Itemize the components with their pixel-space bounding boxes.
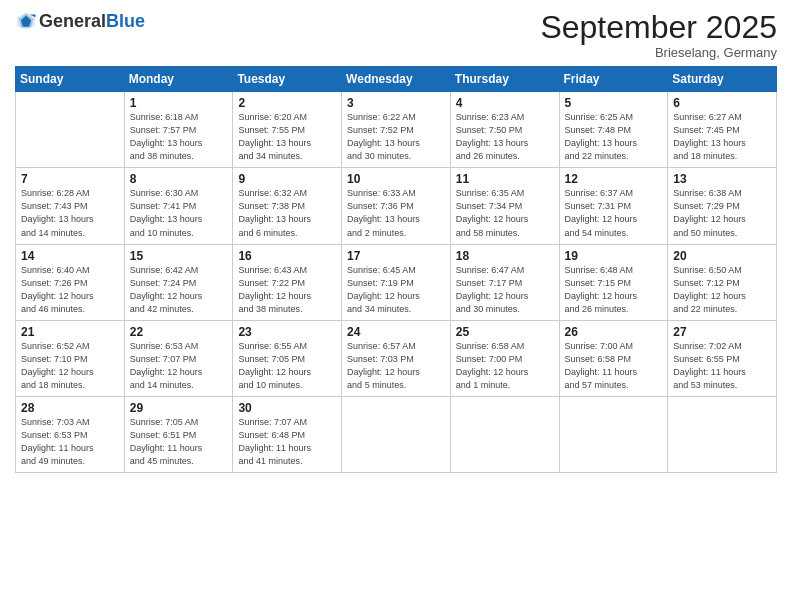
- table-cell: [559, 396, 668, 472]
- day-info: Sunrise: 6:33 AMSunset: 7:36 PMDaylight:…: [347, 188, 420, 237]
- table-cell: 11Sunrise: 6:35 AMSunset: 7:34 PMDayligh…: [450, 168, 559, 244]
- header-row: Sunday Monday Tuesday Wednesday Thursday…: [16, 67, 777, 92]
- day-info: Sunrise: 6:18 AMSunset: 7:57 PMDaylight:…: [130, 112, 203, 161]
- table-cell: 24Sunrise: 6:57 AMSunset: 7:03 PMDayligh…: [342, 320, 451, 396]
- col-sunday: Sunday: [16, 67, 125, 92]
- day-info: Sunrise: 6:38 AMSunset: 7:29 PMDaylight:…: [673, 188, 746, 237]
- logo-text: GeneralBlue: [39, 11, 145, 32]
- day-number: 26: [565, 325, 663, 339]
- col-tuesday: Tuesday: [233, 67, 342, 92]
- table-row: 21Sunrise: 6:52 AMSunset: 7:10 PMDayligh…: [16, 320, 777, 396]
- day-info: Sunrise: 7:05 AMSunset: 6:51 PMDaylight:…: [130, 417, 203, 466]
- day-info: Sunrise: 6:20 AMSunset: 7:55 PMDaylight:…: [238, 112, 311, 161]
- table-cell: 12Sunrise: 6:37 AMSunset: 7:31 PMDayligh…: [559, 168, 668, 244]
- logo-blue: Blue: [106, 11, 145, 31]
- table-cell: 8Sunrise: 6:30 AMSunset: 7:41 PMDaylight…: [124, 168, 233, 244]
- table-cell: 18Sunrise: 6:47 AMSunset: 7:17 PMDayligh…: [450, 244, 559, 320]
- day-number: 28: [21, 401, 119, 415]
- day-number: 1: [130, 96, 228, 110]
- col-monday: Monday: [124, 67, 233, 92]
- title-area: September 2025 Brieselang, Germany: [540, 10, 777, 60]
- table-cell: 14Sunrise: 6:40 AMSunset: 7:26 PMDayligh…: [16, 244, 125, 320]
- table-cell: 1Sunrise: 6:18 AMSunset: 7:57 PMDaylight…: [124, 92, 233, 168]
- table-row: 14Sunrise: 6:40 AMSunset: 7:26 PMDayligh…: [16, 244, 777, 320]
- table-cell: [342, 396, 451, 472]
- table-cell: 6Sunrise: 6:27 AMSunset: 7:45 PMDaylight…: [668, 92, 777, 168]
- day-number: 4: [456, 96, 554, 110]
- table-row: 1Sunrise: 6:18 AMSunset: 7:57 PMDaylight…: [16, 92, 777, 168]
- day-number: 9: [238, 172, 336, 186]
- day-info: Sunrise: 6:37 AMSunset: 7:31 PMDaylight:…: [565, 188, 638, 237]
- day-info: Sunrise: 6:27 AMSunset: 7:45 PMDaylight:…: [673, 112, 746, 161]
- table-cell: 16Sunrise: 6:43 AMSunset: 7:22 PMDayligh…: [233, 244, 342, 320]
- table-cell: 27Sunrise: 7:02 AMSunset: 6:55 PMDayligh…: [668, 320, 777, 396]
- day-number: 27: [673, 325, 771, 339]
- day-number: 6: [673, 96, 771, 110]
- calendar-page: GeneralBlue September 2025 Brieselang, G…: [0, 0, 792, 612]
- day-info: Sunrise: 6:42 AMSunset: 7:24 PMDaylight:…: [130, 265, 203, 314]
- day-number: 20: [673, 249, 771, 263]
- table-cell: 28Sunrise: 7:03 AMSunset: 6:53 PMDayligh…: [16, 396, 125, 472]
- day-number: 29: [130, 401, 228, 415]
- table-cell: 13Sunrise: 6:38 AMSunset: 7:29 PMDayligh…: [668, 168, 777, 244]
- table-cell: 9Sunrise: 6:32 AMSunset: 7:38 PMDaylight…: [233, 168, 342, 244]
- logo-icon: [15, 10, 37, 32]
- day-number: 15: [130, 249, 228, 263]
- day-info: Sunrise: 6:47 AMSunset: 7:17 PMDaylight:…: [456, 265, 529, 314]
- logo: GeneralBlue: [15, 10, 145, 32]
- table-cell: 5Sunrise: 6:25 AMSunset: 7:48 PMDaylight…: [559, 92, 668, 168]
- day-info: Sunrise: 6:25 AMSunset: 7:48 PMDaylight:…: [565, 112, 638, 161]
- day-number: 30: [238, 401, 336, 415]
- table-cell: 21Sunrise: 6:52 AMSunset: 7:10 PMDayligh…: [16, 320, 125, 396]
- table-cell: 3Sunrise: 6:22 AMSunset: 7:52 PMDaylight…: [342, 92, 451, 168]
- day-number: 8: [130, 172, 228, 186]
- day-info: Sunrise: 6:23 AMSunset: 7:50 PMDaylight:…: [456, 112, 529, 161]
- day-number: 13: [673, 172, 771, 186]
- day-number: 18: [456, 249, 554, 263]
- day-info: Sunrise: 6:40 AMSunset: 7:26 PMDaylight:…: [21, 265, 94, 314]
- day-info: Sunrise: 6:45 AMSunset: 7:19 PMDaylight:…: [347, 265, 420, 314]
- table-row: 28Sunrise: 7:03 AMSunset: 6:53 PMDayligh…: [16, 396, 777, 472]
- subtitle: Brieselang, Germany: [540, 45, 777, 60]
- table-cell: 29Sunrise: 7:05 AMSunset: 6:51 PMDayligh…: [124, 396, 233, 472]
- day-number: 17: [347, 249, 445, 263]
- day-info: Sunrise: 7:02 AMSunset: 6:55 PMDaylight:…: [673, 341, 746, 390]
- day-number: 14: [21, 249, 119, 263]
- day-info: Sunrise: 6:28 AMSunset: 7:43 PMDaylight:…: [21, 188, 94, 237]
- day-number: 19: [565, 249, 663, 263]
- table-cell: 17Sunrise: 6:45 AMSunset: 7:19 PMDayligh…: [342, 244, 451, 320]
- day-info: Sunrise: 6:48 AMSunset: 7:15 PMDaylight:…: [565, 265, 638, 314]
- table-cell: [16, 92, 125, 168]
- table-cell: 20Sunrise: 6:50 AMSunset: 7:12 PMDayligh…: [668, 244, 777, 320]
- logo-general: General: [39, 11, 106, 31]
- col-thursday: Thursday: [450, 67, 559, 92]
- day-info: Sunrise: 6:43 AMSunset: 7:22 PMDaylight:…: [238, 265, 311, 314]
- day-number: 25: [456, 325, 554, 339]
- day-info: Sunrise: 6:58 AMSunset: 7:00 PMDaylight:…: [456, 341, 529, 390]
- table-cell: 30Sunrise: 7:07 AMSunset: 6:48 PMDayligh…: [233, 396, 342, 472]
- day-number: 16: [238, 249, 336, 263]
- day-info: Sunrise: 7:07 AMSunset: 6:48 PMDaylight:…: [238, 417, 311, 466]
- day-info: Sunrise: 6:32 AMSunset: 7:38 PMDaylight:…: [238, 188, 311, 237]
- day-info: Sunrise: 6:55 AMSunset: 7:05 PMDaylight:…: [238, 341, 311, 390]
- table-cell: 22Sunrise: 6:53 AMSunset: 7:07 PMDayligh…: [124, 320, 233, 396]
- day-number: 5: [565, 96, 663, 110]
- table-cell: [668, 396, 777, 472]
- table-cell: 7Sunrise: 6:28 AMSunset: 7:43 PMDaylight…: [16, 168, 125, 244]
- month-title: September 2025: [540, 10, 777, 45]
- day-number: 24: [347, 325, 445, 339]
- table-cell: 23Sunrise: 6:55 AMSunset: 7:05 PMDayligh…: [233, 320, 342, 396]
- col-friday: Friday: [559, 67, 668, 92]
- day-number: 2: [238, 96, 336, 110]
- table-cell: 19Sunrise: 6:48 AMSunset: 7:15 PMDayligh…: [559, 244, 668, 320]
- day-info: Sunrise: 6:52 AMSunset: 7:10 PMDaylight:…: [21, 341, 94, 390]
- table-cell: 4Sunrise: 6:23 AMSunset: 7:50 PMDaylight…: [450, 92, 559, 168]
- day-number: 21: [21, 325, 119, 339]
- day-number: 3: [347, 96, 445, 110]
- day-info: Sunrise: 6:22 AMSunset: 7:52 PMDaylight:…: [347, 112, 420, 161]
- day-number: 10: [347, 172, 445, 186]
- table-cell: 26Sunrise: 7:00 AMSunset: 6:58 PMDayligh…: [559, 320, 668, 396]
- day-info: Sunrise: 6:30 AMSunset: 7:41 PMDaylight:…: [130, 188, 203, 237]
- day-info: Sunrise: 6:35 AMSunset: 7:34 PMDaylight:…: [456, 188, 529, 237]
- day-info: Sunrise: 6:57 AMSunset: 7:03 PMDaylight:…: [347, 341, 420, 390]
